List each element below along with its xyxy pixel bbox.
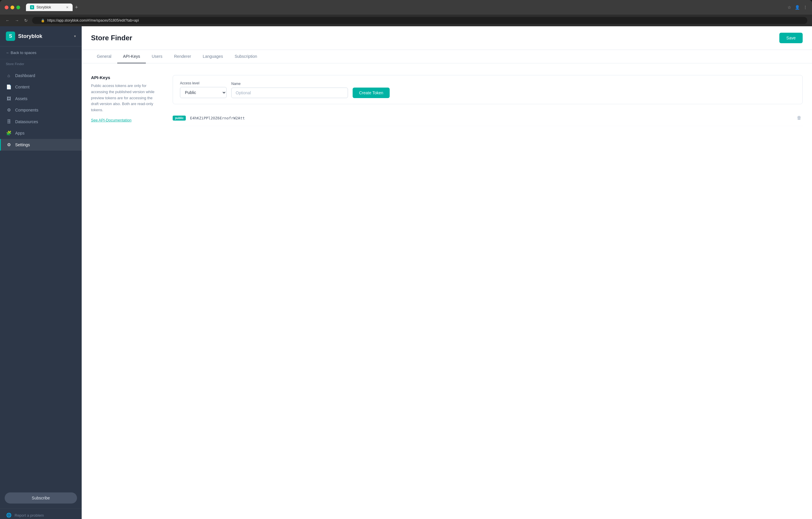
traffic-lights xyxy=(5,5,20,9)
sidebar-item-label: Content xyxy=(15,85,29,89)
sidebar-header: S Storyblok ▾ xyxy=(0,26,82,47)
tab-subscription[interactable]: Subscription xyxy=(229,50,263,63)
datasources-icon: 🗄 xyxy=(6,119,12,124)
token-area: Access level Public Private Name Create … xyxy=(173,75,803,126)
tab-title: Storyblok xyxy=(36,5,51,9)
dashboard-icon: ⌂ xyxy=(6,73,12,78)
delete-token-button[interactable]: 🗑 xyxy=(796,114,803,122)
main-content: Store Finder Save General API-Keys Users… xyxy=(82,26,812,519)
lock-icon: 🔒 xyxy=(41,19,45,23)
page-title: Store Finder xyxy=(91,34,132,42)
forward-nav-button[interactable]: → xyxy=(14,17,20,24)
back-to-spaces-label: ← Back to spaces xyxy=(6,51,36,55)
api-keys-title: API-Keys xyxy=(91,75,161,80)
back-nav-button[interactable]: ← xyxy=(5,17,10,24)
sidebar-item-dashboard[interactable]: ⌂ Dashboard xyxy=(0,70,82,81)
trash-icon: 🗑 xyxy=(797,115,802,120)
report-icon: 🌐 xyxy=(6,513,12,518)
save-button[interactable]: Save xyxy=(779,33,803,43)
menu-button[interactable]: ⋮ xyxy=(803,5,807,10)
subscribe-button[interactable]: Subscribe xyxy=(5,492,77,503)
url-display: https://app.storyblok.com/#!/me/spaces/5… xyxy=(47,18,139,23)
maximize-button[interactable] xyxy=(16,5,20,9)
sidebar-nav: ⌂ Dashboard 📄 Content 🖼 Assets ⚙ Compone… xyxy=(0,69,82,488)
table-row: public E4hKZiPPl2OZ6ErnofrW2Att 🗑 xyxy=(173,110,803,126)
tab-general[interactable]: General xyxy=(91,50,117,63)
refresh-nav-button[interactable]: ↻ xyxy=(23,17,29,24)
new-tab-button[interactable]: + xyxy=(72,4,81,10)
sidebar: S Storyblok ▾ ← Back to spaces Store Fin… xyxy=(0,26,82,519)
api-keys-description: Public access tokens are only for access… xyxy=(91,83,161,113)
tab-renderer[interactable]: Renderer xyxy=(168,50,197,63)
sidebar-item-label: Apps xyxy=(15,131,25,135)
name-label: Name xyxy=(231,82,348,86)
sidebar-item-components[interactable]: ⚙ Components xyxy=(0,104,82,116)
close-button[interactable] xyxy=(5,5,8,9)
logo-text: S xyxy=(9,33,12,39)
sidebar-item-label: Settings xyxy=(15,142,30,147)
token-name-group: Name xyxy=(231,82,348,98)
tab-favicon: S xyxy=(30,5,34,9)
report-problem-label: Report a problem xyxy=(14,513,44,518)
minimize-button[interactable] xyxy=(10,5,14,9)
token-badge: public xyxy=(173,116,186,120)
components-icon: ⚙ xyxy=(6,107,12,113)
access-level-group: Access level Public Private xyxy=(180,81,227,98)
address-bar: ← → ↻ 🔒 https://app.storyblok.com/#!/me/… xyxy=(0,15,812,26)
profile-button[interactable]: 👤 xyxy=(795,5,800,10)
bookmark-button[interactable]: ☆ xyxy=(787,5,791,10)
access-level-label: Access level xyxy=(180,81,227,85)
sidebar-item-label: Datasources xyxy=(15,119,38,124)
apps-icon: 🧩 xyxy=(6,131,12,136)
tab-languages[interactable]: Languages xyxy=(197,50,229,63)
create-token-button[interactable]: Create Token xyxy=(353,88,390,98)
sidebar-item-apps[interactable]: 🧩 Apps xyxy=(0,127,82,139)
logo-icon: S xyxy=(6,31,15,41)
sidebar-item-settings[interactable]: ⚙ Settings xyxy=(0,139,82,151)
sidebar-item-datasources[interactable]: 🗄 Datasources xyxy=(0,116,82,127)
token-create-row: Access level Public Private Name Create … xyxy=(173,75,803,104)
content-area: API-Keys Public access tokens are only f… xyxy=(82,63,812,138)
token-value: E4hKZiPPl2OZ6ErnofrW2Att xyxy=(190,116,791,120)
tab-close-button[interactable]: ✕ xyxy=(66,5,68,9)
content-icon: 📄 xyxy=(6,84,12,90)
sidebar-item-assets[interactable]: 🖼 Assets xyxy=(0,93,82,104)
tab-bar: S Storyblok ✕ + xyxy=(26,3,784,11)
sidebar-footer[interactable]: 🌐 Report a problem xyxy=(0,508,82,519)
access-level-select[interactable]: Public Private xyxy=(180,87,227,98)
sidebar-title: Storyblok xyxy=(18,33,42,39)
assets-icon: 🖼 xyxy=(6,96,12,101)
browser-titlebar: S Storyblok ✕ + ☆ 👤 ⋮ xyxy=(0,0,812,15)
space-label: Store Finder xyxy=(0,59,82,69)
sidebar-arrow[interactable]: ▾ xyxy=(74,34,76,38)
tab-bar-main: General API-Keys Users Renderer Language… xyxy=(82,50,812,63)
app-container: S Storyblok ▾ ← Back to spaces Store Fin… xyxy=(0,26,812,519)
active-indicator xyxy=(0,139,1,151)
tab-users[interactable]: Users xyxy=(146,50,168,63)
api-keys-info: API-Keys Public access tokens are only f… xyxy=(91,75,161,126)
main-header: Store Finder Save xyxy=(82,26,812,50)
api-doc-link[interactable]: See API-Documentation xyxy=(91,118,132,122)
sidebar-item-label: Assets xyxy=(15,96,27,101)
back-to-spaces-link[interactable]: ← Back to spaces xyxy=(0,47,82,59)
token-name-input[interactable] xyxy=(231,88,348,98)
browser-actions: ☆ 👤 ⋮ xyxy=(787,5,807,10)
settings-icon: ⚙ xyxy=(6,142,12,147)
tab-api-keys[interactable]: API-Keys xyxy=(117,50,146,63)
sidebar-item-label: Dashboard xyxy=(15,73,35,78)
address-input-container[interactable]: 🔒 https://app.storyblok.com/#!/me/spaces… xyxy=(32,17,807,24)
browser-tab[interactable]: S Storyblok ✕ xyxy=(26,3,72,11)
sidebar-item-label: Components xyxy=(15,108,38,112)
token-list: public E4hKZiPPl2OZ6ErnofrW2Att 🗑 xyxy=(173,110,803,126)
sidebar-item-content[interactable]: 📄 Content xyxy=(0,81,82,93)
